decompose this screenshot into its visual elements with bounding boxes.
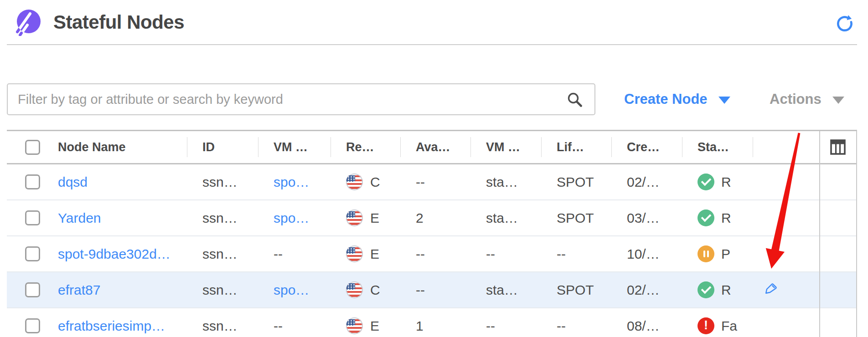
created-value: 10/… [611, 246, 682, 262]
region-value: C [370, 174, 380, 190]
us-flag-icon [346, 209, 363, 226]
table-row[interactable]: efrat87 ssn… spo… C -- sta… SPOT 02/… R [7, 272, 856, 308]
status-icon [698, 281, 714, 298]
status-icon [698, 209, 714, 226]
vm-link: -- [258, 318, 331, 334]
availability-value: -- [400, 282, 470, 298]
node-name-link[interactable]: dqsd [58, 174, 88, 190]
us-flag-icon [346, 281, 363, 298]
table-row[interactable]: spot-9dbae302d… ssn… -- E -- -- -- 10/… … [7, 236, 856, 272]
column-settings-icon[interactable] [830, 139, 846, 155]
edit-node-button[interactable] [764, 282, 779, 298]
table-header-row: Node Name ID VM … Re… Ava… VM … Lif… Cre… [7, 131, 856, 164]
column-header-vm-2[interactable]: VM … [470, 131, 541, 163]
node-id: ssn… [187, 210, 258, 226]
page-title: Stateful Nodes [53, 11, 184, 33]
lifecycle-value: SPOT [541, 210, 611, 226]
status-icon [698, 245, 714, 262]
column-header-region[interactable]: Re… [331, 131, 400, 163]
vm-name-value: sta… [470, 174, 541, 190]
region-value: C [370, 282, 380, 298]
table-row[interactable]: dqsd ssn… spo… C -- sta… SPOT 02/… R [7, 164, 856, 200]
node-name-link[interactable]: Yarden [58, 210, 101, 226]
vm-link[interactable]: spo… [274, 282, 309, 298]
create-node-button[interactable]: Create Node [624, 83, 730, 115]
node-id: ssn… [187, 282, 258, 298]
availability-value: -- [400, 174, 470, 190]
status-label: R [721, 210, 731, 226]
stateful-nodes-table: Node Name ID VM … Re… Ava… VM … Lif… Cre… [7, 130, 857, 337]
refresh-button[interactable] [834, 12, 856, 34]
column-header-availability[interactable]: Ava… [400, 131, 470, 163]
created-value: 02/… [611, 282, 682, 298]
node-id: ssn… [187, 318, 258, 334]
region-value: E [370, 318, 379, 334]
column-header-node-name[interactable]: Node Name [46, 131, 187, 163]
lifecycle-value: SPOT [541, 282, 611, 298]
us-flag-icon [346, 174, 363, 190]
column-header-actions [753, 131, 819, 163]
lifecycle-value: -- [541, 246, 611, 262]
page-header: Stateful Nodes [7, 0, 857, 45]
availability-value: 1 [400, 318, 470, 334]
node-id: ssn… [187, 174, 258, 190]
node-name-link[interactable]: efrat87 [58, 282, 100, 298]
vm-name-value: sta… [470, 282, 541, 298]
select-all-checkbox[interactable] [25, 140, 40, 155]
status-label: Fa [721, 318, 737, 334]
table-row[interactable]: efratbseriesimp… ssn… -- E 1 -- -- 08/… … [7, 308, 856, 337]
filter-box [7, 83, 595, 115]
row-checkbox[interactable] [25, 282, 40, 297]
chevron-down-icon [832, 97, 844, 104]
refresh-icon [834, 12, 856, 34]
chevron-down-icon [718, 97, 730, 104]
row-checkbox[interactable] [25, 318, 40, 333]
pencil-icon [764, 282, 779, 297]
column-header-vm-1[interactable]: VM … [258, 131, 331, 163]
filter-input[interactable] [8, 84, 594, 114]
row-checkbox[interactable] [25, 246, 40, 261]
row-checkbox[interactable] [25, 174, 40, 189]
vm-link[interactable]: spo… [274, 210, 309, 226]
status-icon [698, 317, 714, 334]
column-header-created[interactable]: Cre… [611, 131, 682, 163]
vm-name-value: -- [470, 318, 541, 334]
region-value: E [370, 246, 379, 262]
table-row[interactable]: Yarden ssn… spo… E 2 sta… SPOT 03/… R [7, 200, 856, 236]
vm-link: -- [258, 246, 331, 262]
created-value: 08/… [611, 318, 682, 334]
vm-name-value: sta… [470, 210, 541, 226]
created-value: 03/… [611, 210, 682, 226]
node-name-link[interactable]: efratbseriesimp… [58, 318, 165, 334]
actions-button[interactable]: Actions [770, 83, 844, 115]
node-name-link[interactable]: spot-9dbae302d… [58, 246, 170, 262]
status-label: R [721, 174, 731, 190]
column-header-status[interactable]: Sta… [682, 131, 753, 163]
actions-label: Actions [770, 91, 822, 107]
us-flag-icon [346, 317, 363, 334]
region-value: E [370, 210, 379, 226]
us-flag-icon [346, 245, 363, 262]
status-icon [698, 174, 714, 190]
column-header-id[interactable]: ID [187, 131, 258, 163]
lifecycle-value: -- [541, 318, 611, 334]
node-id: ssn… [187, 246, 258, 262]
create-node-label: Create Node [624, 91, 708, 107]
spot-logo-icon [14, 9, 41, 36]
column-header-lifecycle[interactable]: Lif… [541, 131, 611, 163]
status-label: R [721, 282, 731, 298]
availability-value: -- [400, 246, 470, 262]
vm-link[interactable]: spo… [274, 174, 309, 190]
status-label: P [721, 246, 730, 262]
stateful-nodes-page: Stateful Nodes Create Node Actions Node … [0, 0, 868, 337]
availability-value: 2 [400, 210, 470, 226]
row-checkbox[interactable] [25, 210, 40, 225]
created-value: 02/… [611, 174, 682, 190]
vm-name-value: -- [470, 246, 541, 262]
lifecycle-value: SPOT [541, 174, 611, 190]
